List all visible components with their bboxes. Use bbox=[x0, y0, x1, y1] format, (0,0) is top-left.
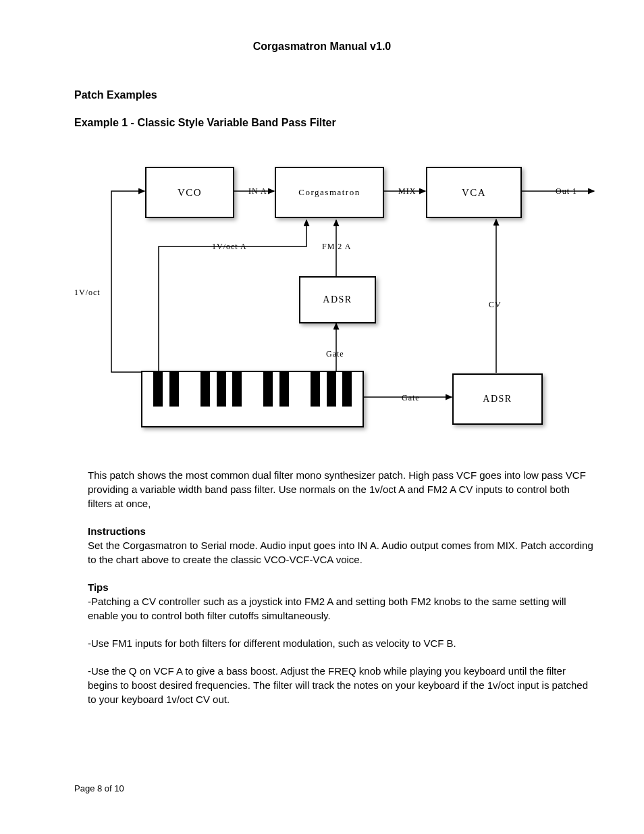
label-in-a: IN A bbox=[248, 186, 267, 197]
page-title: Corgasmatron Manual v1.0 bbox=[37, 39, 607, 54]
label-fm2a: FM 2 A bbox=[322, 241, 351, 253]
example-heading: Example 1 - Classic Style Variable Band … bbox=[74, 115, 607, 130]
vca-box: VCA bbox=[426, 167, 522, 218]
tip-3: -Use the Q on VCF A to give a bass boost… bbox=[88, 664, 593, 706]
label-1voct: 1V/oct bbox=[74, 287, 101, 298]
section-heading: Patch Examples bbox=[74, 88, 607, 103]
adsr2-box: ADSR bbox=[452, 373, 543, 425]
label-gate1: Gate bbox=[326, 348, 344, 360]
instructions-text: Set the Corgasmatron to Serial mode. Aud… bbox=[88, 538, 593, 567]
vco-box: VCO bbox=[145, 167, 234, 218]
adsr1-box: ADSR bbox=[299, 276, 376, 323]
instructions-heading: Instructions bbox=[88, 524, 593, 538]
label-mix: MIX bbox=[398, 186, 416, 197]
page-footer: Page 8 of 10 bbox=[74, 783, 124, 795]
label-1voct-a: 1V/oct A bbox=[212, 241, 247, 253]
intro-paragraph: This patch shows the most common dual fi… bbox=[88, 468, 593, 511]
label-cv: CV bbox=[489, 299, 502, 311]
tip-2: -Use FM1 inputs for both filters for dif… bbox=[88, 636, 593, 650]
tips-heading: Tips bbox=[88, 580, 593, 594]
tip-1: -Patching a CV controller such as a joys… bbox=[88, 594, 593, 623]
keyboard-icon bbox=[141, 371, 364, 427]
corgasmatron-box: Corgasmatron bbox=[275, 167, 384, 218]
label-gate2: Gate bbox=[402, 392, 420, 404]
label-out1: Out 1 bbox=[556, 186, 577, 197]
patch-diagram: VCO Corgasmatron VCA ADSR ADSR IN A MIX … bbox=[74, 157, 621, 441]
